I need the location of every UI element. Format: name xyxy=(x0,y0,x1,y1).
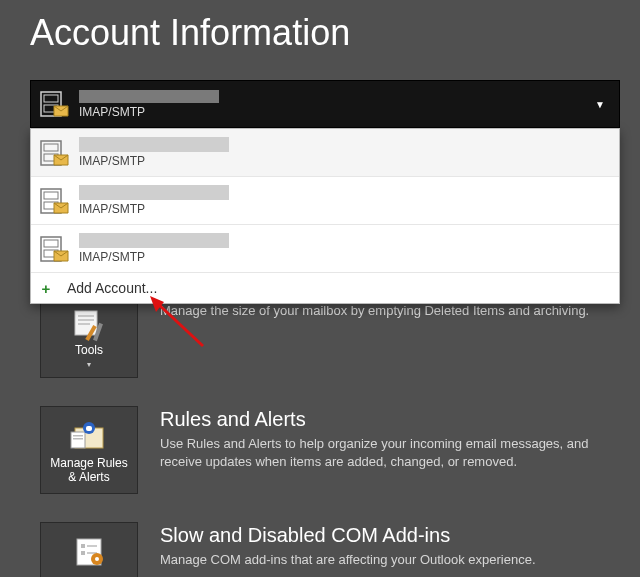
mailbox-settings-desc: Manage the size of your mailbox by empty… xyxy=(160,302,620,320)
account-name-redacted xyxy=(79,185,229,200)
add-account-button[interactable]: + Add Account... xyxy=(31,273,619,303)
svg-rect-19 xyxy=(78,315,94,317)
svg-rect-9 xyxy=(44,192,58,199)
page-title: Account Information xyxy=(0,0,640,72)
account-protocol: IMAP/SMTP xyxy=(79,105,589,119)
com-title: Slow and Disabled COM Add-ins xyxy=(160,524,620,547)
svg-rect-27 xyxy=(73,438,83,440)
mailbox-icon xyxy=(39,185,71,217)
rules-desc: Use Rules and Alerts to help organize yo… xyxy=(160,435,620,470)
plus-icon: + xyxy=(39,280,53,297)
account-name-redacted xyxy=(79,90,219,103)
tile-label: Manage Rules & Alerts xyxy=(45,457,133,485)
tile-label: Tools xyxy=(75,344,103,358)
svg-rect-5 xyxy=(44,144,58,151)
add-account-label: Add Account... xyxy=(67,280,157,296)
account-name-redacted xyxy=(79,137,229,152)
svg-rect-33 xyxy=(87,545,97,547)
account-protocol: IMAP/SMTP xyxy=(79,250,611,264)
tools-tile[interactable]: Tools ▾ xyxy=(40,300,138,378)
chevron-down-icon: ▾ xyxy=(87,360,91,369)
svg-rect-21 xyxy=(78,323,90,325)
account-option[interactable]: IMAP/SMTP xyxy=(31,129,619,177)
svg-rect-26 xyxy=(73,435,83,437)
svg-rect-1 xyxy=(44,95,58,102)
svg-rect-29 xyxy=(86,426,92,431)
account-selector[interactable]: IMAP/SMTP ▼ xyxy=(30,80,620,128)
svg-point-36 xyxy=(95,557,99,561)
mailbox-icon xyxy=(39,233,71,265)
mailbox-icon xyxy=(39,137,71,169)
rules-icon xyxy=(67,413,111,457)
mailbox-icon xyxy=(39,88,71,120)
svg-rect-13 xyxy=(44,240,58,247)
svg-rect-25 xyxy=(71,432,85,448)
account-option[interactable]: IMAP/SMTP xyxy=(31,177,619,225)
svg-rect-20 xyxy=(78,319,94,321)
svg-rect-32 xyxy=(81,551,85,555)
tools-icon xyxy=(69,307,109,344)
account-name-redacted xyxy=(79,233,229,248)
account-protocol: IMAP/SMTP xyxy=(79,202,611,216)
account-dropdown: IMAP/SMTP IMAP/SMTP xyxy=(30,128,620,304)
manage-com-tile[interactable] xyxy=(40,522,138,577)
chevron-down-icon: ▼ xyxy=(589,99,611,110)
account-option[interactable]: IMAP/SMTP xyxy=(31,225,619,273)
rules-title: Rules and Alerts xyxy=(160,408,620,431)
com-addins-icon xyxy=(69,529,109,573)
manage-rules-tile[interactable]: Manage Rules & Alerts xyxy=(40,406,138,494)
account-protocol: IMAP/SMTP xyxy=(79,154,611,168)
com-desc: Manage COM add-ins that are affecting yo… xyxy=(160,551,620,569)
svg-rect-31 xyxy=(81,544,85,548)
